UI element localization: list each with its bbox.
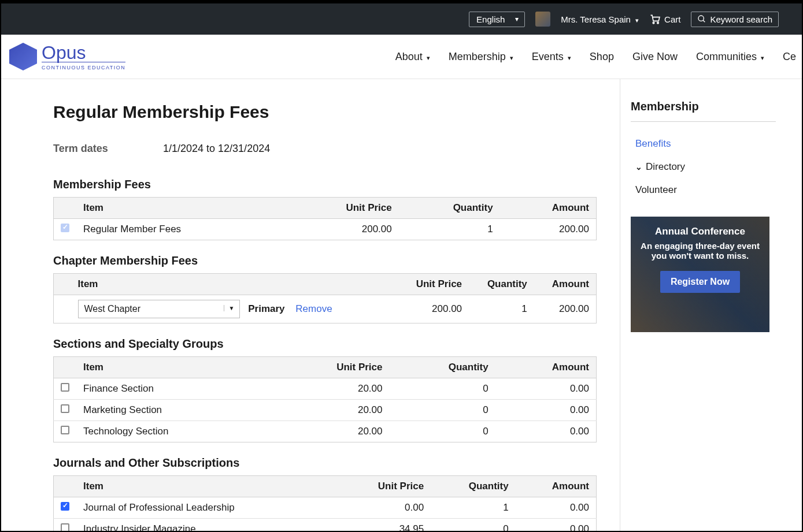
nav-ce[interactable]: Ce [783,51,796,63]
svg-point-2 [698,16,704,21]
col-unit: Unit Price [272,357,390,378]
chevron-down-icon: ▾ [761,54,764,61]
promo-text: An engaging three-day event you won't wa… [637,241,764,261]
amount: 0.00 [495,378,597,400]
col-amount: Amount [500,198,597,219]
avatar[interactable] [535,12,550,27]
nav-shop[interactable]: Shop [590,51,614,63]
col-unit: Unit Price [336,476,431,497]
groups-table: Item Unit Price Quantity Amount Finance … [53,356,597,442]
section-title-journals: Journals and Other Subscriptions [53,456,620,470]
sidebar-item-directory[interactable]: Directory [631,155,776,178]
term-value: 1/1/2024 to 12/31/2024 [163,143,270,155]
svg-line-3 [703,20,705,22]
chevron-down-icon: ▼ [224,305,235,311]
sidebar-item-volunteer[interactable]: Volunteer [631,178,776,202]
checkbox[interactable] [61,502,69,511]
col-qty: Quantity [390,357,495,378]
nav-membership[interactable]: Membership ▾ [449,51,513,63]
amount: 200.00 [534,295,597,323]
chevron-down-icon: ▾ [635,17,639,24]
logo-name: Opus [42,43,125,62]
checkbox[interactable] [61,523,69,532]
checkbox[interactable] [61,404,69,413]
chapter-value: West Chapter [84,304,141,314]
amount: 0.00 [495,421,597,442]
table-row: Finance Section 20.00 0 0.00 [54,378,597,400]
col-qty: Quantity [431,476,515,497]
nav-events[interactable]: Events ▾ [532,51,571,63]
language-value: English [476,14,505,24]
chevron-down-icon: ▾ [427,54,430,61]
chapter-table: Item Unit Price Quantity Amount West Cha… [53,273,597,323]
section-title-groups: Sections and Specialty Groups [53,337,620,351]
chapter-cell: West Chapter ▼ Primary Remove [71,295,397,323]
unit-price: 0.00 [336,497,431,519]
col-item: Item [71,274,397,295]
checkbox[interactable] [61,383,69,392]
header: Opus CONTINUOUS EDUCATION About ▾ Member… [1,35,802,79]
amount: 0.00 [495,400,597,421]
item-name: Technology Section [76,421,272,442]
quantity: 0 [390,378,495,400]
table-row: Journal of Professional Leadership 0.00 … [54,497,597,519]
search-input[interactable]: Keyword search [691,12,779,27]
item-name: Finance Section [76,378,272,400]
unit-price: 200.00 [286,219,398,240]
item-name: Marketing Section [76,400,272,421]
unit-price: 34.95 [336,519,431,533]
user-label: Mrs. Teresa Spain [561,14,631,24]
col-amount: Amount [516,476,597,497]
item-name: Regular Member Fees [76,219,286,240]
section-title-fees: Membership Fees [53,178,620,191]
search-placeholder: Keyword search [710,14,772,24]
sidebar-title: Membership [631,100,776,122]
col-amount: Amount [495,357,597,378]
amount: 0.00 [516,519,597,533]
unit-price: 200.00 [397,295,469,323]
nav-about[interactable]: About ▾ [395,51,430,63]
sidebar: Membership Benefits Directory Volunteer … [620,79,793,532]
logo-subtitle: CONTINUOUS EDUCATION [42,65,125,70]
logo[interactable]: Opus CONTINUOUS EDUCATION [9,43,125,70]
language-select[interactable]: English ▾ [469,12,525,27]
chevron-down-icon: ▾ [568,54,571,61]
cart-icon [649,13,661,25]
unit-price: 20.00 [272,378,390,400]
col-item: Item [76,198,286,219]
chevron-down-icon: ▾ [515,15,519,23]
checkbox[interactable] [61,224,69,232]
main-content: Regular Membership Fees Term dates 1/1/2… [1,79,620,532]
search-icon [697,14,706,24]
primary-label: Primary [248,303,284,314]
topbar: English ▾ Mrs. Teresa Spain ▾ Cart Keywo… [1,1,802,35]
main-nav: About ▾ Membership ▾ Events ▾ Shop Give … [395,51,796,63]
quantity: 0 [431,519,515,533]
promo-title: Annual Conference [637,226,764,237]
nav-give[interactable]: Give Now [632,51,678,63]
checkbox[interactable] [61,426,69,434]
chapter-select[interactable]: West Chapter ▼ [78,300,240,318]
nav-communities[interactable]: Communities ▾ [696,51,764,63]
col-qty: Quantity [469,274,534,295]
remove-link[interactable]: Remove [295,303,332,314]
unit-price: 20.00 [272,421,390,442]
table-row: West Chapter ▼ Primary Remove 200.00 1 2… [54,295,597,323]
item-name: Journal of Professional Leadership [76,497,336,519]
amount: 0.00 [516,497,597,519]
col-amount: Amount [534,274,597,295]
fees-table: Item Unit Price Quantity Amount Regular … [53,197,597,240]
sidebar-item-benefits[interactable]: Benefits [631,132,776,155]
user-menu[interactable]: Mrs. Teresa Spain ▾ [561,14,639,24]
unit-price: 20.00 [272,400,390,421]
col-unit: Unit Price [397,274,469,295]
svg-point-0 [653,22,654,23]
quantity: 0 [390,421,495,442]
term-label: Term dates [53,143,163,155]
quantity: 1 [469,295,534,323]
cart-link[interactable]: Cart [649,13,680,25]
cart-label: Cart [664,14,680,24]
register-button[interactable]: Register Now [660,271,740,293]
chevron-down-icon: ▾ [510,54,513,61]
item-name: Industry Insider Magazine [76,519,336,533]
